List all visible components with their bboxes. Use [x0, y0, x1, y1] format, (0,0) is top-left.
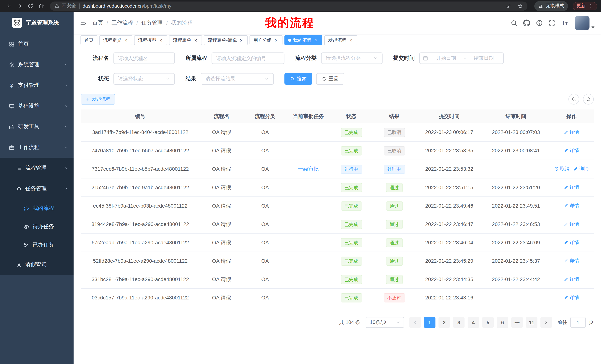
page-button-6[interactable]: 6 [497, 317, 508, 328]
sidebar-item-done-tasks[interactable]: 已办任务 [0, 236, 74, 254]
close-icon[interactable] [193, 38, 198, 43]
reset-button[interactable]: 重置 [316, 73, 344, 85]
password-key-icon[interactable] [506, 3, 511, 9]
search-toggle-button[interactable] [569, 94, 579, 105]
address-bar[interactable]: 不安全 dashboard.yudao.iocoder.cn/bpm/task/… [50, 1, 527, 10]
create-process-button[interactable]: 发起流程 [81, 94, 115, 105]
submit-time-range[interactable]: 开始日期 - 结束日期 [419, 52, 504, 64]
detail-link[interactable]: 详情 [564, 239, 579, 246]
tab-user-group[interactable]: 用户分组 [250, 35, 282, 45]
status-select[interactable]: 请选择状态 [113, 73, 175, 85]
breadcrumb-item[interactable]: 我的流程 [171, 19, 193, 26]
warning-icon [54, 3, 60, 9]
sidebar-item-task-mgmt[interactable]: 任务管理 [0, 179, 74, 199]
page-button-5[interactable]: 5 [482, 317, 494, 328]
table-row: 2152467e-7b9b-11ec-9a1b-acde48001122OA 请… [81, 179, 594, 197]
detail-link[interactable]: 详情 [564, 147, 579, 154]
page-size-select[interactable]: 10条/页 [366, 317, 404, 328]
bookmark-star-icon[interactable] [517, 3, 523, 9]
page-button-3[interactable]: 3 [453, 317, 464, 328]
tab-my-process[interactable]: 我的流程 [284, 35, 322, 45]
page-button-2[interactable]: 2 [439, 317, 450, 328]
next-page-button[interactable] [541, 317, 552, 328]
github-icon[interactable] [523, 19, 530, 26]
calendar-icon [423, 56, 428, 61]
breadcrumb-item[interactable]: 任务管理 [141, 19, 163, 26]
sidebar: 芋道管理系统 首页系统管理¥支付管理基础设施研发工具工作流程流程管理任务管理我的… [0, 12, 74, 364]
sidebar-toggle[interactable] [80, 19, 86, 26]
sidebar-item-devtools[interactable]: 研发工具 [0, 116, 74, 137]
tab-process-definition[interactable]: 流程定义 [99, 35, 132, 45]
sidebar-item-leave-query[interactable]: 请假查询 [0, 254, 74, 275]
close-icon[interactable] [313, 38, 319, 43]
page-more-button[interactable]: ••• [511, 317, 523, 328]
detail-link[interactable]: 详情 [564, 276, 579, 282]
detail-link[interactable]: 详情 [564, 258, 579, 264]
fullscreen-icon[interactable] [549, 19, 555, 26]
col-submit-time: 提交时间 [416, 113, 482, 120]
prev-page-button[interactable] [409, 317, 421, 328]
font-size-icon[interactable] [561, 20, 568, 26]
edit-icon [564, 277, 569, 282]
search-icon[interactable] [511, 19, 518, 26]
browser-reload-button[interactable] [25, 1, 35, 11]
breadcrumb-item[interactable]: 首页 [92, 19, 103, 26]
breadcrumb-item[interactable]: 工作流程 [111, 19, 133, 26]
close-icon[interactable] [274, 38, 279, 43]
status-badge: 已完成 [341, 201, 362, 211]
tab-start-process[interactable]: 发起流程 [324, 35, 357, 45]
page-button-4[interactable]: 4 [468, 317, 479, 328]
sidebar-item-home[interactable]: 首页 [0, 34, 74, 54]
detail-link[interactable]: 详情 [564, 294, 579, 301]
chat-icon [23, 205, 29, 211]
close-icon[interactable] [239, 38, 244, 43]
sidebar-item-payment[interactable]: ¥支付管理 [0, 75, 74, 96]
sidebar-item-infrastructure[interactable]: 基础设施 [0, 96, 74, 116]
task-link[interactable]: 一级审批 [298, 166, 319, 172]
help-icon[interactable] [536, 19, 543, 26]
browser-back-button[interactable] [4, 1, 14, 11]
submit-time-label: 提交时间 [393, 55, 415, 62]
caret-down-icon [591, 26, 594, 28]
cell-status: 已完成 [330, 128, 372, 137]
logo-row[interactable]: 芋道管理系统 [0, 12, 74, 34]
cell-name: OA 请假 [200, 276, 243, 283]
browser-home-button[interactable] [36, 1, 46, 11]
goto-page-input[interactable] [570, 317, 586, 328]
page-button-11[interactable]: 11 [526, 317, 538, 328]
browser-update-button[interactable]: 更新 [573, 2, 597, 10]
cancel-link[interactable]: 取消 [554, 166, 570, 172]
sidebar-item-process-mgmt[interactable]: 流程管理 [0, 158, 74, 178]
tab-process-model[interactable]: 流程模型 [134, 35, 167, 45]
result-select[interactable]: 请选择流结果 [201, 73, 274, 85]
close-icon[interactable] [348, 38, 353, 43]
process-definition-input[interactable] [211, 52, 284, 64]
sidebar-item-system[interactable]: 系统管理 [0, 54, 74, 75]
detail-link[interactable]: 详情 [564, 221, 579, 227]
browser-forward-button[interactable] [14, 1, 25, 11]
cell-name: OA 请假 [200, 202, 243, 209]
tab-home[interactable]: 首页 [80, 35, 97, 45]
result-badge: 通过 [386, 275, 403, 284]
sidebar-item-workflow[interactable]: 工作流程 [0, 137, 74, 158]
tab-process-form-edit[interactable]: 流程表单-编辑 [204, 35, 248, 45]
sidebar-item-todo-tasks[interactable]: 待办任务 [0, 217, 74, 236]
close-icon[interactable] [158, 38, 163, 43]
process-table: 编号 流程名 流程分类 当前审批任务 状态 结果 提交时间 结束时间 操作 3a… [81, 109, 594, 307]
refresh-table-button[interactable] [583, 94, 594, 105]
security-status[interactable]: 不安全 [54, 3, 76, 9]
process-name-input[interactable] [113, 52, 175, 64]
detail-link[interactable]: 详情 [564, 184, 579, 191]
sidebar-item-my-process[interactable]: 我的流程 [0, 199, 74, 217]
page-button-1[interactable]: 1 [424, 317, 436, 328]
detail-link[interactable]: 详情 [564, 202, 579, 209]
tab-process-form[interactable]: 流程表单 [169, 35, 202, 45]
search-icon [290, 77, 295, 81]
search-button[interactable]: 搜索 [284, 73, 312, 85]
user-avatar[interactable] [575, 16, 590, 30]
detail-link[interactable]: 详情 [564, 129, 579, 135]
close-icon[interactable] [123, 38, 129, 43]
category-select[interactable]: 请选择流程分类 [321, 52, 382, 64]
browser-menu-icon[interactable] [588, 3, 593, 9]
detail-link[interactable]: 详情 [573, 166, 589, 172]
